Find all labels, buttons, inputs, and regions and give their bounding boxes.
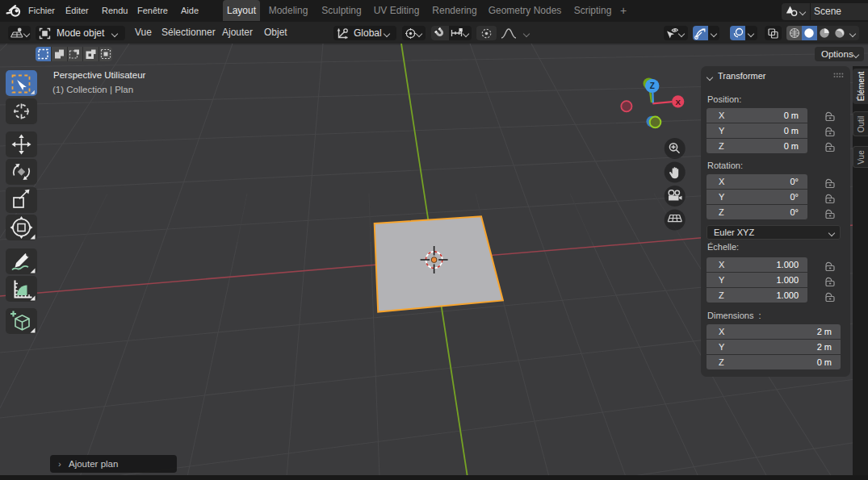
svg-text:X: X <box>676 98 681 106</box>
svg-text:Z: Z <box>650 81 655 90</box>
